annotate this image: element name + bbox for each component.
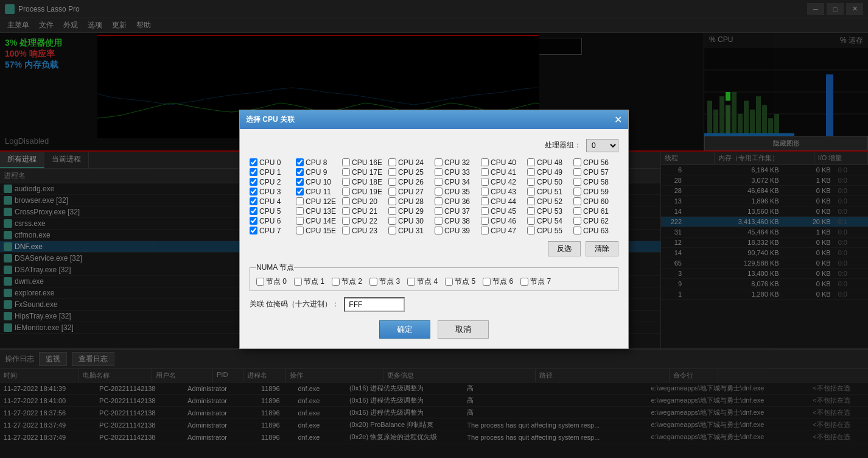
cpu-checkbox-item[interactable]: CPU 17E (342, 168, 387, 177)
clear-button[interactable]: 清除 (586, 241, 618, 256)
cpu-checkbox-61[interactable] (573, 207, 581, 215)
cpu-checkbox-item[interactable]: CPU 10 (296, 178, 341, 186)
cpu-checkbox-15[interactable] (296, 227, 304, 234)
cpu-checkbox-item[interactable]: CPU 52 (527, 197, 572, 206)
cpu-checkbox-item[interactable]: CPU 6 (250, 217, 295, 225)
numa-checkbox-5[interactable] (445, 278, 453, 286)
cpu-checkbox-43[interactable] (481, 188, 489, 196)
cpu-checkbox-item[interactable]: CPU 15E (296, 227, 341, 235)
cpu-checkbox-26[interactable] (388, 178, 396, 186)
modal-overlay[interactable]: 选择 CPU 关联 ✕ 处理器组： 0 CPU 0CPU 8CPU 16ECPU… (0, 0, 868, 458)
cpu-checkbox-item[interactable]: CPU 47 (481, 227, 526, 235)
numa-node-0[interactable]: 节点 0 (256, 277, 287, 287)
numa-checkbox-3[interactable] (369, 278, 377, 286)
numa-checkbox-2[interactable] (332, 278, 340, 286)
cpu-checkbox-53[interactable] (527, 207, 535, 215)
cpu-checkbox-41[interactable] (481, 168, 489, 176)
cpu-checkbox-item[interactable]: CPU 60 (573, 197, 618, 206)
cpu-checkbox-item[interactable]: CPU 38 (435, 217, 480, 225)
cpu-checkbox-item[interactable]: CPU 16E (342, 158, 387, 167)
cpu-checkbox-49[interactable] (527, 168, 535, 176)
cpu-checkbox-item[interactable]: CPU 14E (296, 217, 341, 225)
numa-node-7[interactable]: 节点 7 (520, 277, 551, 287)
cpu-checkbox-31[interactable] (388, 227, 396, 234)
cpu-checkbox-39[interactable] (435, 227, 443, 234)
cpu-checkbox-item[interactable]: CPU 45 (481, 207, 526, 216)
cancel-button[interactable]: 取消 (438, 320, 489, 339)
numa-checkbox-6[interactable] (483, 278, 491, 286)
cpu-checkbox-item[interactable]: CPU 29 (388, 207, 433, 216)
cpu-checkbox-1[interactable] (250, 168, 257, 176)
cpu-checkbox-item[interactable]: CPU 3 (250, 188, 295, 196)
cpu-checkbox-32[interactable] (435, 158, 443, 166)
cpu-checkbox-item[interactable]: CPU 56 (573, 158, 618, 167)
cpu-checkbox-37[interactable] (435, 207, 443, 215)
cpu-checkbox-33[interactable] (435, 168, 443, 176)
cpu-checkbox-11[interactable] (296, 188, 304, 196)
cpu-checkbox-42[interactable] (481, 178, 489, 186)
cpu-checkbox-45[interactable] (481, 207, 489, 215)
cpu-checkbox-27[interactable] (388, 188, 396, 196)
cpu-checkbox-56[interactable] (573, 158, 581, 166)
cpu-checkbox-21[interactable] (342, 207, 350, 215)
cpu-checkbox-item[interactable]: CPU 22 (342, 217, 387, 225)
cpu-checkbox-62[interactable] (573, 217, 581, 225)
cpu-checkbox-8[interactable] (296, 158, 304, 166)
cpu-checkbox-34[interactable] (435, 178, 443, 186)
cpu-checkbox-item[interactable]: CPU 39 (435, 227, 480, 235)
cpu-checkbox-22[interactable] (342, 217, 350, 225)
cpu-checkbox-55[interactable] (527, 227, 535, 234)
numa-checkbox-4[interactable] (407, 278, 415, 286)
cpu-checkbox-item[interactable]: CPU 51 (527, 188, 572, 196)
cpu-checkbox-item[interactable]: CPU 49 (527, 168, 572, 177)
cpu-checkbox-item[interactable]: CPU 1 (250, 168, 295, 177)
cpu-checkbox-item[interactable]: CPU 7 (250, 227, 295, 235)
cpu-checkbox-52[interactable] (527, 197, 535, 205)
cpu-checkbox-item[interactable]: CPU 61 (573, 207, 618, 216)
cpu-checkbox-item[interactable]: CPU 62 (573, 217, 618, 225)
numa-node-5[interactable]: 节点 5 (445, 277, 475, 287)
cpu-checkbox-item[interactable]: CPU 50 (527, 178, 572, 186)
cpu-checkbox-28[interactable] (388, 197, 396, 205)
numa-node-3[interactable]: 节点 3 (369, 277, 400, 287)
cpu-checkbox-item[interactable]: CPU 25 (388, 168, 433, 177)
cpu-checkbox-14[interactable] (296, 217, 304, 225)
cpu-checkbox-item[interactable]: CPU 32 (435, 158, 480, 167)
cpu-checkbox-item[interactable]: CPU 57 (573, 168, 618, 177)
cpu-checkbox-58[interactable] (573, 178, 581, 186)
cpu-checkbox-item[interactable]: CPU 33 (435, 168, 480, 177)
cpu-checkbox-item[interactable]: CPU 30 (388, 217, 433, 225)
cpu-checkbox-item[interactable]: CPU 4 (250, 197, 295, 206)
cpu-checkbox-6[interactable] (250, 217, 257, 225)
numa-node-6[interactable]: 节点 6 (483, 277, 513, 287)
cpu-checkbox-item[interactable]: CPU 44 (481, 197, 526, 206)
cpu-checkbox-30[interactable] (388, 217, 396, 225)
numa-checkbox-0[interactable] (256, 278, 264, 286)
cpu-checkbox-item[interactable]: CPU 26 (388, 178, 433, 186)
reverse-button[interactable]: 反选 (548, 241, 581, 256)
cpu-checkbox-51[interactable] (527, 188, 535, 196)
confirm-button[interactable]: 确定 (379, 320, 430, 339)
cpu-checkbox-item[interactable]: CPU 55 (527, 227, 572, 235)
cpu-checkbox-item[interactable]: CPU 41 (481, 168, 526, 177)
cpu-checkbox-23[interactable] (342, 227, 350, 234)
cpu-checkbox-item[interactable]: CPU 9 (296, 168, 341, 177)
cpu-checkbox-item[interactable]: CPU 37 (435, 207, 480, 216)
cpu-checkbox-item[interactable]: CPU 23 (342, 227, 387, 235)
cpu-checkbox-19[interactable] (342, 188, 350, 196)
cpu-checkbox-63[interactable] (573, 227, 581, 234)
cpu-checkbox-25[interactable] (388, 168, 396, 176)
cpu-checkbox-item[interactable]: CPU 46 (481, 217, 526, 225)
cpu-checkbox-60[interactable] (573, 197, 581, 205)
numa-node-1[interactable]: 节点 1 (294, 277, 324, 287)
numa-checkbox-1[interactable] (294, 278, 302, 286)
cpu-checkbox-16[interactable] (342, 158, 350, 166)
cpu-checkbox-item[interactable]: CPU 34 (435, 178, 480, 186)
cpu-checkbox-item[interactable]: CPU 42 (481, 178, 526, 186)
cpu-checkbox-9[interactable] (296, 168, 304, 176)
cpu-checkbox-7[interactable] (250, 227, 257, 234)
cpu-checkbox-item[interactable]: CPU 36 (435, 197, 480, 206)
cpu-checkbox-item[interactable]: CPU 54 (527, 217, 572, 225)
cpu-checkbox-item[interactable]: CPU 58 (573, 178, 618, 186)
cpu-checkbox-item[interactable]: CPU 31 (388, 227, 433, 235)
